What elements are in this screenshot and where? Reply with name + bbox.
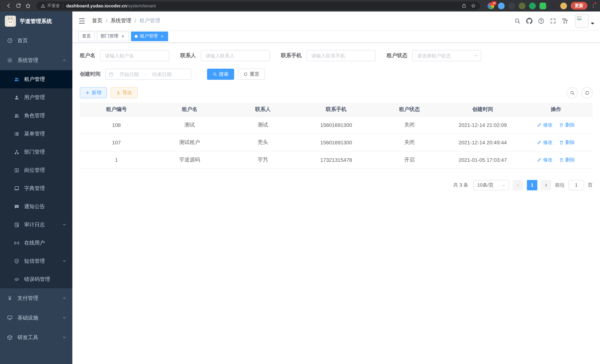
edit-button[interactable]: 修改 [537,139,553,146]
sidebar-item-label: 角色管理 [24,112,45,119]
tab-label: 部门管理 [101,33,118,39]
tenant-status-select[interactable] [412,50,481,61]
sidebar-item-notice[interactable]: 通知公告 [0,197,72,215]
extension-icon-3[interactable] [508,2,515,9]
sidebar-item-label: 用户管理 [24,94,45,101]
refresh-table-button[interactable] [581,87,593,98]
shield-icon [14,258,19,264]
url-text: dashboard.yudao.iocoder.cn/system/tenant [66,3,156,8]
close-icon[interactable]: × [121,34,125,38]
sidebar-item-home[interactable]: 首页 [0,31,72,50]
col-contact: 联系人 [226,103,300,116]
toggle-search-button[interactable] [567,87,578,98]
github-button[interactable] [526,18,533,24]
search-button[interactable]: 搜索 [207,69,234,80]
cell-created-at: 2021-12-14 21:02:09 [446,116,519,134]
extension-icon-2[interactable] [498,2,505,9]
goto-suffix-label: 页 [588,182,593,188]
delete-button[interactable]: 删除 [559,156,575,163]
bookmark-star-icon[interactable] [471,3,476,8]
close-icon[interactable]: × [160,34,164,38]
col-created-at: 创建时间 [446,103,519,116]
delete-icon [559,140,564,145]
extension-icon-5[interactable] [529,2,536,9]
sidebar-item-online-user[interactable]: 在线用户 [0,234,72,252]
cell-status: 关闭 [373,116,446,134]
goto-page-input[interactable] [568,180,584,190]
cell-contact: 秃头 [226,134,300,151]
code-icon [14,277,19,282]
share-icon[interactable] [462,3,466,8]
browser-back-button[interactable] [4,1,13,10]
sidebar-item-system[interactable]: 系统管理 [0,50,72,70]
sidebar-item-dict[interactable]: 字典管理 [0,179,72,197]
app-title: 芋道管理系统 [20,18,52,25]
browser-profile-avatar[interactable] [560,2,567,9]
monitor-icon [7,315,13,321]
address-bar[interactable]: 不安全 dashboard.yudao.iocoder.cn/system/te… [36,1,480,10]
create-time-range-picker[interactable]: - [105,69,191,80]
fullscreen-button[interactable] [550,18,556,24]
user-avatar-menu[interactable] [575,14,594,28]
browser-update-button[interactable]: 更新 [571,2,587,10]
prev-page-button[interactable] [513,180,523,190]
start-date-input[interactable] [114,71,144,77]
sidebar-item-menu[interactable]: 菜单管理 [0,125,72,143]
extension-icon-6[interactable] [540,2,546,9]
tenant-status-select-input[interactable] [412,50,481,61]
add-button[interactable]: 新增 [80,87,107,98]
browser-home-button[interactable] [23,1,33,10]
breadcrumb-system[interactable]: 系统管理 [111,18,131,24]
sidebar-item-user[interactable]: 用户管理 [0,88,72,106]
extension-icon-7[interactable] [550,2,557,9]
sidebar-item-tenant[interactable]: 租户管理 [0,70,72,88]
end-date-input[interactable] [147,71,177,77]
delete-button[interactable]: 删除 [559,139,575,146]
extension-icon-4[interactable] [519,2,525,9]
contact-phone-input[interactable] [307,50,375,61]
delete-button[interactable]: 删除 [559,121,575,128]
header-search-button[interactable] [514,18,521,24]
sidebar-item-dev-tools[interactable]: 研发工具 [0,328,72,347]
security-status[interactable]: 不安全 [41,3,60,9]
export-button[interactable]: 导出 [111,87,138,98]
edit-button[interactable]: 修改 [537,121,553,128]
sidebar-item-role[interactable]: 角色管理 [0,106,72,125]
sidebar-item-audit-log[interactable]: 审计日志 [0,215,72,234]
sidebar-item-payment[interactable]: 支付管理 [0,288,72,308]
tab-dept[interactable]: 部门管理× [97,31,129,41]
page-1-button[interactable]: 1 [527,180,537,190]
edit-button[interactable]: 修改 [537,156,553,163]
next-page-button[interactable] [541,180,551,190]
document-edit-icon [14,222,19,227]
search-icon [213,72,217,76]
help-button[interactable] [538,18,544,24]
list-icon [14,131,19,136]
sidebar-item-error-code[interactable]: 错误码管理 [0,270,72,288]
breadcrumb-home[interactable]: 首页 [92,18,103,24]
page-size-select[interactable]: 10条/页 [473,180,509,190]
sidebar-item-infrastructure[interactable]: 基础设施 [0,308,72,328]
sidebar-item-sms[interactable]: 短信管理 [0,252,72,270]
cell-contact: 测试 [226,116,300,134]
collapse-menu-button[interactable] [78,17,86,25]
font-size-button[interactable] [562,18,568,24]
extension-icon-1[interactable]: 10 [488,2,494,9]
reset-button[interactable]: 重置 [238,69,265,80]
browser-menu-button[interactable]: ⋮ [590,3,596,9]
chevron-down-icon [62,316,66,320]
chevron-down-icon [62,223,66,227]
delete-label: 删除 [565,139,575,146]
browser-reload-button[interactable] [13,1,23,10]
col-tenant-id: 租户编号 [80,103,153,116]
calendar-icon [109,72,113,77]
tenant-name-input[interactable] [100,50,169,61]
tab-tenant[interactable]: 租户管理× [131,31,168,41]
contact-name-input[interactable] [201,50,270,61]
fullscreen-icon [550,18,556,24]
sidebar-item-post[interactable]: 岗位管理 [0,161,72,179]
app-logo[interactable]: 芋道管理系统 [0,11,72,31]
org-tree-icon [14,149,19,155]
tab-home[interactable]: 首页 [78,31,95,41]
sidebar-item-dept[interactable]: 部门管理 [0,143,72,161]
